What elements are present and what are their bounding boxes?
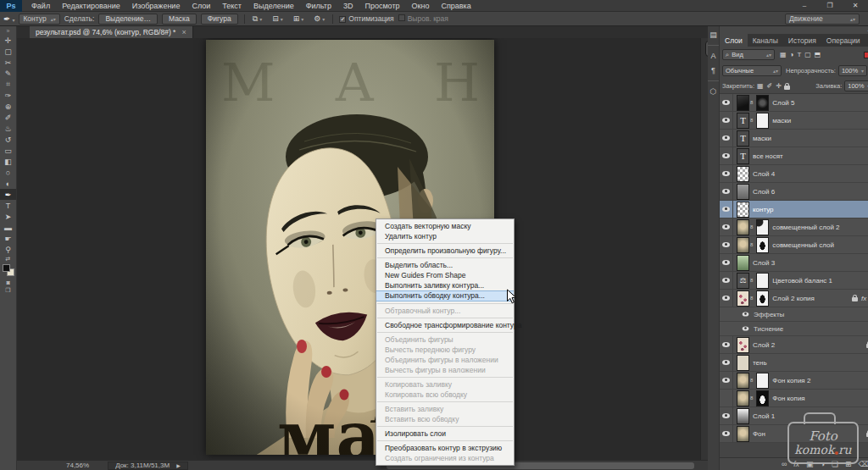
context-menu-item-27[interactable]: Преобразовать контур в экструзию	[376, 443, 514, 453]
quick-selection-tool[interactable]: ✎	[0, 68, 16, 79]
dock-collapse-icon[interactable]: ◂◂	[720, 26, 868, 34]
layer-row-7[interactable]: 8совмещенный слой 2	[720, 218, 868, 236]
quick-mask-icon[interactable]: ◙	[6, 279, 9, 286]
layer-thumbnail[interactable]	[737, 390, 749, 406]
opacity-value[interactable]: 100%▾	[838, 65, 867, 76]
hand-tool[interactable]: ☛	[0, 233, 16, 244]
vertical-scrollbar[interactable]	[700, 38, 708, 460]
paragraph-panel-icon[interactable]: ¶	[711, 66, 715, 75]
fx-icon[interactable]: fx	[861, 295, 866, 302]
layer-row-2[interactable]: Tмаски	[720, 130, 868, 147]
lock-transparency-icon[interactable]: ▦	[757, 82, 764, 90]
menu-Файл[interactable]: Файл	[25, 0, 56, 11]
layer-visibility-toggle[interactable]	[720, 425, 733, 442]
filter-type-select[interactable]: ⌕Вид▴▾	[722, 49, 775, 60]
screen-mode-icon[interactable]: ❐	[5, 286, 10, 294]
marquee-tool[interactable]: ▢	[0, 46, 16, 57]
blur-tool[interactable]: ○	[0, 167, 16, 178]
workspace-select[interactable]: Движение▴▾	[785, 14, 860, 25]
layer-mask-thumbnail[interactable]	[756, 373, 769, 389]
panel-menu-icon[interactable]: ≡	[865, 39, 868, 47]
brush-tool[interactable]: ✐	[0, 112, 16, 123]
layer-thumbnail[interactable]: T	[737, 148, 749, 164]
layer-comps-panel-icon[interactable]: ▤	[709, 30, 717, 39]
zoom-tool[interactable]: ⚲	[0, 244, 16, 255]
layer-mask-thumbnail[interactable]	[756, 113, 769, 129]
context-menu-item-5[interactable]: Выделить область...	[376, 260, 514, 270]
tab-Слои[interactable]: Слои	[720, 34, 748, 47]
path-arrangement-icon[interactable]: ⊞▾	[292, 14, 306, 24]
layer-mask-thumbnail[interactable]	[756, 237, 769, 253]
filter-toggle[interactable]	[864, 52, 868, 58]
layer-thumbnail[interactable]	[737, 426, 749, 442]
layer-mask-thumbnail[interactable]	[756, 273, 769, 289]
align-edges-checkbox[interactable]: Выров. края	[398, 14, 448, 23]
gear-icon[interactable]: ⚙▾	[312, 14, 326, 24]
layer-thumbnail[interactable]	[737, 95, 749, 111]
swap-colors-icon[interactable]: ⇄	[6, 255, 11, 263]
document-size-info[interactable]: Док: 3,11M/51,3M▶	[108, 462, 188, 470]
gradient-tool[interactable]: ◧	[0, 156, 16, 167]
layer-effect-row-1[interactable]: Тиснение	[720, 322, 868, 336]
layer-row-15[interactable]: 8Фон копия	[720, 390, 868, 407]
fill-value[interactable]: 100%▾	[844, 80, 868, 91]
lock-pixels-icon[interactable]: ✐	[767, 82, 773, 90]
menu-Изображение[interactable]: Изображение	[126, 0, 186, 11]
path-operations-icon[interactable]: ⧉▾	[251, 14, 264, 24]
layer-visibility-toggle[interactable]	[720, 336, 733, 353]
layer-row-8[interactable]: 8совмещенный слой	[720, 236, 868, 254]
path-alignment-icon[interactable]: ⊟▾	[270, 14, 285, 24]
context-menu-item-3[interactable]: Определить произвольную фигуру...	[376, 246, 514, 256]
layer-thumbnail[interactable]	[737, 337, 749, 353]
layer-visibility-toggle[interactable]	[720, 94, 733, 111]
menu-Окно[interactable]: Окно	[406, 0, 436, 11]
eye-icon[interactable]	[743, 326, 749, 330]
layer-thumbnail[interactable]	[737, 219, 749, 235]
layer-thumbnail[interactable]	[737, 255, 749, 271]
menu-Текст[interactable]: Текст	[216, 0, 248, 11]
menu-Слои[interactable]: Слои	[186, 0, 216, 11]
path-selection-tool[interactable]: ➤	[0, 211, 16, 222]
context-menu-item-7[interactable]: Выполнить заливку контура...	[376, 280, 514, 290]
layer-visibility-toggle[interactable]	[720, 112, 733, 129]
layer-thumbnail[interactable]	[737, 290, 749, 307]
lock-all-icon[interactable]	[784, 86, 790, 90]
clone-stamp-tool[interactable]: ♨	[0, 123, 16, 134]
layer-row-4[interactable]: Слой 4	[720, 165, 868, 183]
layer-row-12[interactable]: Слой 2	[720, 336, 868, 354]
menu-Просмотр[interactable]: Просмотр	[359, 0, 405, 11]
menu-3D[interactable]: 3D	[337, 0, 359, 11]
layer-visibility-toggle[interactable]	[720, 218, 733, 235]
layer-mask-thumbnail[interactable]	[756, 219, 769, 235]
layer-visibility-toggle[interactable]	[720, 390, 733, 406]
eraser-tool[interactable]: ▭	[0, 145, 16, 156]
lasso-tool[interactable]: ✂	[0, 57, 16, 68]
context-menu-item-12[interactable]: Свободное трансформирование контура	[376, 320, 514, 330]
layer-thumbnail[interactable]	[737, 202, 749, 218]
tab-Каналы[interactable]: Каналы	[748, 34, 783, 47]
context-menu-item-0[interactable]: Создать векторную маску	[376, 221, 514, 231]
layer-thumbnail[interactable]	[737, 408, 749, 424]
layer-visibility-toggle[interactable]	[720, 407, 733, 424]
layer-thumbnail[interactable]	[737, 237, 749, 253]
foreground-color-swatch[interactable]	[3, 264, 10, 272]
layer-thumbnail[interactable]	[737, 355, 749, 371]
layer-row-9[interactable]: Слой 3	[720, 254, 868, 272]
layer-thumbnail[interactable]	[737, 166, 749, 182]
make-mask-button[interactable]: Маска	[162, 14, 197, 25]
layer-thumbnail[interactable]	[737, 373, 749, 389]
color-swatches[interactable]	[3, 264, 14, 276]
layer-visibility-toggle[interactable]	[720, 272, 733, 289]
layer-visibility-toggle[interactable]	[720, 201, 733, 218]
filter-type-layers-icon[interactable]: T	[797, 51, 801, 58]
filter-pixel-layers-icon[interactable]: ▦	[780, 51, 787, 58]
layer-visibility-toggle[interactable]	[720, 254, 733, 271]
delete-layer-icon[interactable]: ⌫	[859, 460, 868, 468]
filter-shape-layers-icon[interactable]: ▢	[804, 51, 811, 58]
eyedropper-tool[interactable]: ✑	[0, 90, 16, 101]
layer-row-14[interactable]: 8Фон копия 2	[720, 372, 868, 390]
tab-Операции[interactable]: Операции	[821, 34, 865, 47]
move-tool[interactable]: ✛	[0, 35, 16, 46]
filter-adjustment-layers-icon[interactable]: ◑	[790, 51, 794, 58]
3d-panel-icon[interactable]: ⬡	[710, 87, 717, 96]
